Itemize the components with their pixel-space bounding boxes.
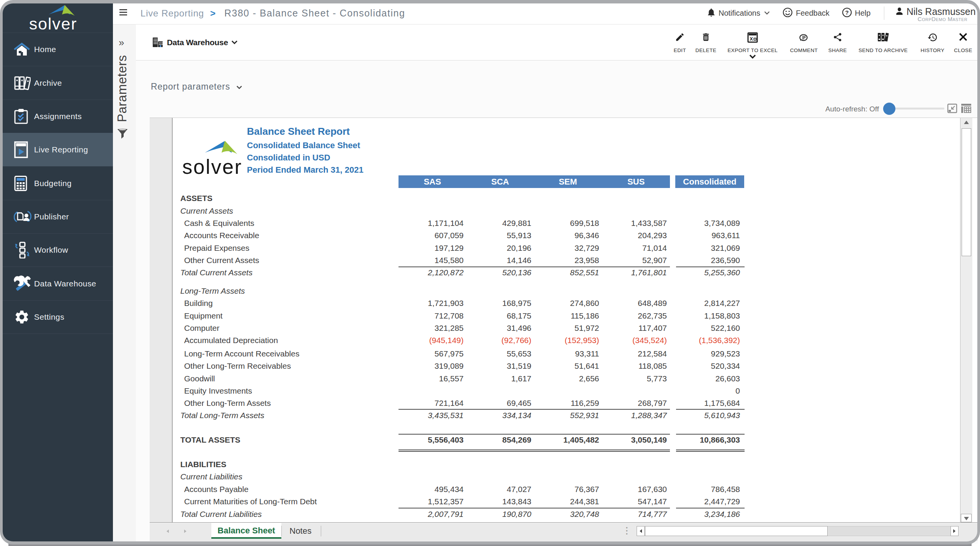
svg-text:X: X bbox=[750, 36, 753, 42]
svg-text:?: ? bbox=[845, 9, 849, 16]
